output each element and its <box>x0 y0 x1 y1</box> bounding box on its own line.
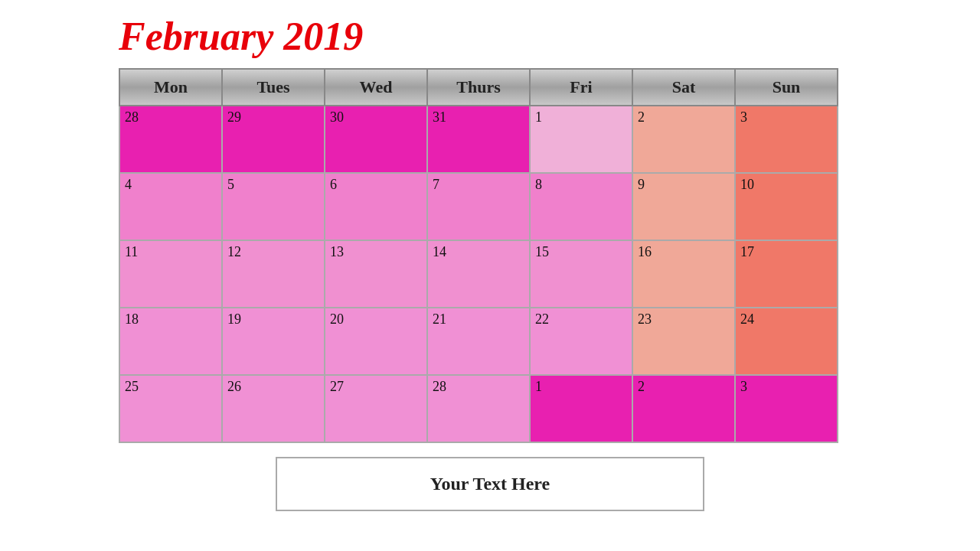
calendar-day-cell[interactable]: 24 <box>735 308 838 375</box>
calendar-day-cell[interactable]: 13 <box>325 240 427 308</box>
calendar-day-cell[interactable]: 27 <box>325 375 427 442</box>
calendar-day-cell[interactable]: 7 <box>427 173 530 240</box>
calendar-row: 25262728123 <box>119 375 838 442</box>
calendar-row: 28293031123 <box>119 106 838 173</box>
calendar-day-cell[interactable]: 19 <box>222 308 325 375</box>
calendar-day-cell[interactable]: 5 <box>222 173 325 240</box>
calendar-day-cell[interactable]: 12 <box>222 240 325 308</box>
calendar-day-cell[interactable]: 1 <box>530 375 632 442</box>
calendar-day-cell[interactable]: 29 <box>222 106 325 173</box>
calendar-day-cell[interactable]: 21 <box>427 308 530 375</box>
calendar-day-cell[interactable]: 25 <box>119 375 222 442</box>
calendar-day-cell[interactable]: 14 <box>427 240 530 308</box>
calendar-header-cell: Thurs <box>427 69 530 106</box>
calendar-day-cell[interactable]: 18 <box>119 308 222 375</box>
calendar-table: MonTuesWedThursFriSatSun 282930311234567… <box>119 68 838 443</box>
calendar-header-cell: Sat <box>632 69 735 106</box>
calendar-header: MonTuesWedThursFriSatSun <box>119 69 838 106</box>
calendar-day-cell[interactable]: 2 <box>632 106 735 173</box>
calendar-day-cell[interactable]: 28 <box>427 375 530 442</box>
calendar-header-cell: Mon <box>119 69 222 106</box>
calendar-day-cell[interactable]: 11 <box>119 240 222 308</box>
calendar-day-cell[interactable]: 17 <box>735 240 838 308</box>
text-box[interactable]: Your Text Here <box>276 457 704 511</box>
calendar-day-cell[interactable]: 15 <box>530 240 632 308</box>
calendar-day-cell[interactable]: 28 <box>119 106 222 173</box>
calendar-day-cell[interactable]: 22 <box>530 308 632 375</box>
calendar-body: 2829303112345678910111213141516171819202… <box>119 106 838 442</box>
calendar-day-cell[interactable]: 6 <box>325 173 427 240</box>
calendar-header-cell: Fri <box>530 69 632 106</box>
calendar-header-cell: Wed <box>325 69 427 106</box>
calendar-day-cell[interactable]: 10 <box>735 173 838 240</box>
calendar-day-cell[interactable]: 4 <box>119 173 222 240</box>
page-title: February 2019 <box>0 0 980 68</box>
calendar-day-cell[interactable]: 2 <box>632 375 735 442</box>
calendar-wrapper: MonTuesWedThursFriSatSun 282930311234567… <box>0 68 980 443</box>
calendar-header-cell: Tues <box>222 69 325 106</box>
text-box-container: Your Text Here <box>0 457 980 511</box>
calendar-day-cell[interactable]: 16 <box>632 240 735 308</box>
calendar-day-cell[interactable]: 31 <box>427 106 530 173</box>
calendar-day-cell[interactable]: 3 <box>735 106 838 173</box>
calendar-row: 18192021222324 <box>119 308 838 375</box>
calendar-row: 11121314151617 <box>119 240 838 308</box>
calendar-day-cell[interactable]: 1 <box>530 106 632 173</box>
calendar-day-cell[interactable]: 8 <box>530 173 632 240</box>
calendar-day-cell[interactable]: 20 <box>325 308 427 375</box>
calendar-row: 45678910 <box>119 173 838 240</box>
calendar-header-cell: Sun <box>735 69 838 106</box>
calendar-day-cell[interactable]: 9 <box>632 173 735 240</box>
calendar-day-cell[interactable]: 23 <box>632 308 735 375</box>
calendar-day-cell[interactable]: 30 <box>325 106 427 173</box>
calendar-day-cell[interactable]: 26 <box>222 375 325 442</box>
calendar-day-cell[interactable]: 3 <box>735 375 838 442</box>
